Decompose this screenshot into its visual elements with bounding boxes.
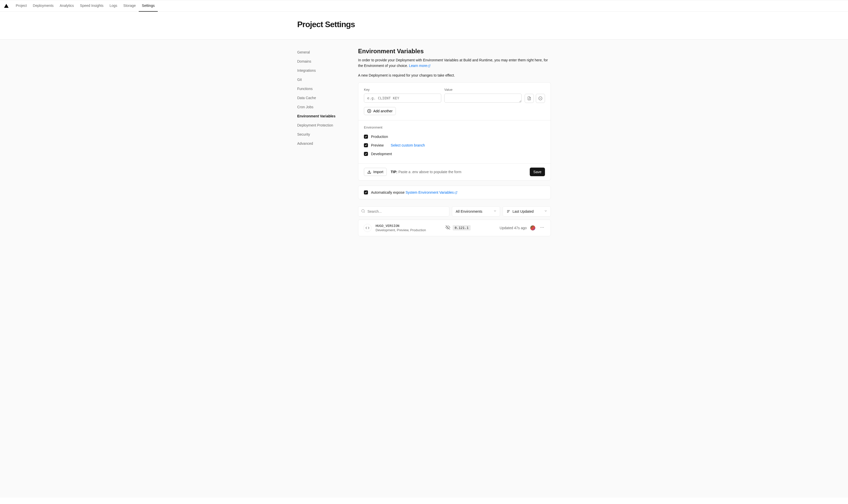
nav-tabs: ProjectDeploymentsAnalyticsSpeed Insight… — [13, 0, 158, 12]
avatar[interactable] — [530, 226, 535, 231]
preview-checkbox[interactable] — [364, 143, 368, 147]
search-input[interactable] — [358, 206, 449, 216]
svg-line-9 — [456, 192, 457, 193]
env-var-row[interactable]: HUGO_VERSION Development, Preview, Produ… — [358, 219, 551, 236]
plus-circle-icon — [367, 109, 371, 113]
sidebar-item-deployment-protection[interactable]: Deployment Protection — [297, 121, 348, 130]
svg-point-10 — [362, 210, 364, 212]
eye-off-icon[interactable] — [446, 225, 450, 231]
svg-line-0 — [429, 65, 430, 67]
nav-tab-deployments[interactable]: Deployments — [30, 0, 57, 12]
external-link-icon — [454, 191, 457, 194]
sort-select[interactable]: Last Updated — [503, 206, 551, 216]
chevron-down-icon — [493, 209, 497, 214]
auto-expose-text: Automatically expose System Environment … — [371, 191, 457, 195]
settings-content: Environment Variables In order to provid… — [358, 48, 551, 236]
deploy-note: A new Deployment is required for your ch… — [358, 73, 551, 77]
development-label: Development — [371, 152, 392, 156]
auto-expose-checkbox[interactable] — [364, 191, 368, 195]
top-nav: ProjectDeploymentsAnalyticsSpeed Insight… — [0, 0, 848, 12]
more-menu-button[interactable] — [539, 224, 545, 232]
filter-row: All Environments Last Updated — [358, 206, 551, 216]
nav-tab-project[interactable]: Project — [13, 0, 30, 12]
nav-tab-logs[interactable]: Logs — [107, 0, 120, 12]
var-updated: Updated 47s ago — [500, 226, 527, 230]
nav-tab-speed-insights[interactable]: Speed Insights — [77, 0, 107, 12]
learn-more-link[interactable]: Learn more — [409, 64, 431, 68]
var-environments: Development, Preview, Production — [376, 228, 441, 232]
nav-tab-settings[interactable]: Settings — [139, 0, 158, 12]
sidebar-item-advanced[interactable]: Advanced — [297, 139, 348, 148]
sidebar-item-data-cache[interactable]: Data Cache — [297, 93, 348, 103]
svg-point-18 — [543, 227, 544, 228]
sidebar-item-integrations[interactable]: Integrations — [297, 66, 348, 75]
env-var-list: HUGO_VERSION Development, Preview, Produ… — [358, 219, 551, 236]
production-label: Production — [371, 134, 388, 139]
value-label: Value — [444, 88, 522, 91]
add-another-button[interactable]: Add another — [364, 107, 396, 115]
key-label: Key — [364, 88, 441, 91]
import-button[interactable]: Import — [364, 168, 387, 176]
sort-icon — [506, 210, 510, 214]
chevron-down-icon — [544, 209, 547, 214]
svg-line-11 — [364, 212, 365, 213]
env-filter-label: All Environments — [456, 210, 482, 214]
svg-point-17 — [542, 227, 542, 228]
select-branch-link[interactable]: Select custom branch — [391, 143, 425, 147]
env-value-input[interactable] — [444, 93, 522, 103]
import-label: Import — [373, 170, 383, 174]
var-name: HUGO_VERSION — [376, 224, 441, 228]
page-title: Project Settings — [297, 20, 551, 29]
env-key-input[interactable] — [364, 93, 441, 103]
expose-card: Automatically expose System Environment … — [358, 185, 551, 199]
nav-tab-storage[interactable]: Storage — [120, 0, 139, 12]
tip-text: TIP: Paste a .env above to populate the … — [391, 170, 462, 174]
preview-label: Preview — [371, 143, 384, 147]
sidebar-item-environment-variables[interactable]: Environment Variables — [297, 111, 348, 121]
section-title: Environment Variables — [358, 48, 551, 55]
section-description: In order to provide your Deployment with… — [358, 57, 551, 69]
svg-point-16 — [541, 227, 541, 228]
nav-tab-analytics[interactable]: Analytics — [57, 0, 77, 12]
system-env-link[interactable]: System Environment Variables — [405, 191, 457, 195]
save-button[interactable]: Save — [530, 167, 545, 176]
section-desc-text: In order to provide your Deployment with… — [358, 58, 548, 68]
sort-label: Last Updated — [512, 210, 534, 214]
sidebar-item-git[interactable]: Git — [297, 75, 348, 84]
sidebar-item-security[interactable]: Security — [297, 130, 348, 139]
sidebar-item-cron-jobs[interactable]: Cron Jobs — [297, 103, 348, 111]
remove-row-button[interactable] — [536, 94, 545, 103]
download-icon — [367, 170, 371, 174]
minus-circle-icon — [538, 96, 542, 101]
brand-logo[interactable] — [4, 3, 8, 8]
main-area: GeneralDomainsIntegrationsGitFunctionsDa… — [0, 39, 848, 498]
file-button[interactable] — [525, 94, 534, 103]
file-icon — [527, 96, 531, 101]
production-checkbox[interactable] — [364, 134, 368, 139]
env-filter-select[interactable]: All Environments — [452, 206, 500, 216]
development-checkbox[interactable] — [364, 152, 368, 156]
var-value: 0.121.1 — [453, 225, 471, 231]
sidebar-item-domains[interactable]: Domains — [297, 57, 348, 66]
code-icon — [363, 224, 372, 232]
create-env-card: Key Value — [358, 83, 551, 180]
add-another-label: Add another — [373, 109, 393, 113]
sidebar-item-functions[interactable]: Functions — [297, 84, 348, 93]
external-link-icon — [428, 65, 431, 68]
environment-label: Environment — [364, 126, 545, 129]
search-icon — [361, 209, 365, 214]
page-header: Project Settings — [292, 12, 556, 39]
settings-sidebar: GeneralDomainsIntegrationsGitFunctionsDa… — [297, 48, 348, 236]
sidebar-item-general[interactable]: General — [297, 48, 348, 57]
